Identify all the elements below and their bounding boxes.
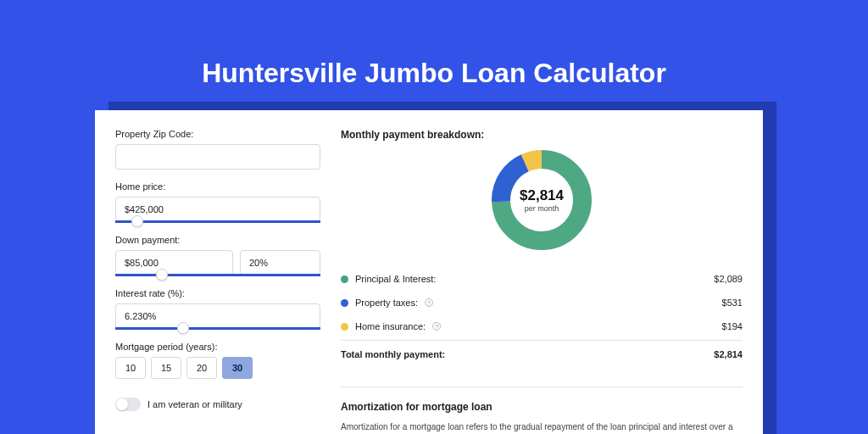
legend-row-total: Total monthly payment: $2,814 bbox=[341, 340, 743, 366]
interest-rate-label: Interest rate (%): bbox=[115, 288, 320, 298]
down-payment-slider[interactable] bbox=[115, 274, 320, 276]
legend-row-principal: Principal & Interest: $2,089 bbox=[341, 267, 743, 291]
legend-label: Property taxes: bbox=[355, 298, 418, 308]
legend-row-insurance: Home insurance: ? $194 bbox=[341, 314, 743, 338]
veteran-label: I am veteran or military bbox=[147, 399, 242, 409]
zip-input[interactable] bbox=[115, 144, 320, 170]
toggle-knob bbox=[116, 398, 128, 410]
breakdown-title: Monthly payment breakdown: bbox=[341, 129, 743, 141]
amortization-title: Amortization for mortgage loan bbox=[341, 401, 743, 413]
dot-icon bbox=[341, 275, 348, 283]
donut-chart: $2,814 per month bbox=[491, 149, 593, 251]
amortization-section: Amortization for mortgage loan Amortizat… bbox=[341, 387, 743, 434]
legend-value: $194 bbox=[722, 321, 743, 331]
slider-thumb[interactable] bbox=[156, 269, 168, 281]
total-label: Total monthly payment: bbox=[341, 349, 445, 359]
donut-sub: per month bbox=[525, 204, 559, 213]
legend-value: $531 bbox=[722, 298, 743, 308]
interest-rate-slider[interactable] bbox=[115, 327, 320, 330]
legend-label: Principal & Interest: bbox=[355, 274, 436, 284]
donut-amount: $2,814 bbox=[520, 187, 564, 204]
total-value: $2,814 bbox=[714, 349, 743, 359]
interest-rate-input[interactable] bbox=[115, 303, 320, 329]
legend-value: $2,089 bbox=[714, 274, 743, 284]
breakdown-column: Monthly payment breakdown: $2,814 per mo… bbox=[341, 129, 743, 431]
interest-rate-field: Interest rate (%): bbox=[115, 288, 320, 330]
down-payment-field: Down payment: bbox=[115, 235, 320, 276]
info-icon[interactable]: ? bbox=[425, 298, 433, 307]
amortization-body: Amortization for a mortgage loan refers … bbox=[341, 421, 743, 434]
period-20-button[interactable]: 20 bbox=[186, 357, 217, 379]
period-10-button[interactable]: 10 bbox=[115, 357, 146, 379]
down-payment-percent-input[interactable] bbox=[240, 250, 320, 275]
mortgage-period-label: Mortgage period (years): bbox=[115, 342, 320, 352]
home-price-slider[interactable] bbox=[115, 220, 320, 223]
down-payment-amount-input[interactable] bbox=[115, 250, 233, 275]
legend-row-taxes: Property taxes: ? $531 bbox=[341, 291, 743, 314]
breakdown-legend: Principal & Interest: $2,089 Property ta… bbox=[341, 266, 743, 366]
donut-chart-wrap: $2,814 per month bbox=[341, 141, 743, 266]
veteran-field: I am veteran or military bbox=[115, 398, 320, 411]
calculator-card: Property Zip Code: Home price: Down paym… bbox=[95, 110, 763, 434]
veteran-toggle[interactable] bbox=[115, 398, 141, 411]
period-15-button[interactable]: 15 bbox=[151, 357, 181, 379]
mortgage-period-field: Mortgage period (years): 10 15 20 30 bbox=[115, 342, 320, 379]
mortgage-period-options: 10 15 20 30 bbox=[115, 357, 320, 379]
home-price-label: Home price: bbox=[115, 181, 320, 192]
period-30-button[interactable]: 30 bbox=[222, 357, 253, 379]
slider-thumb[interactable] bbox=[177, 322, 189, 334]
zip-label: Property Zip Code: bbox=[115, 129, 320, 139]
home-price-input[interactable] bbox=[115, 197, 320, 222]
donut-center: $2,814 per month bbox=[491, 149, 593, 251]
zip-field: Property Zip Code: bbox=[115, 129, 320, 170]
dot-icon bbox=[341, 323, 348, 331]
legend-label: Home insurance: bbox=[355, 321, 426, 331]
down-payment-label: Down payment: bbox=[115, 235, 320, 245]
info-icon[interactable]: ? bbox=[432, 322, 441, 331]
page-title: Huntersville Jumbo Loan Calculator bbox=[0, 0, 868, 89]
form-column: Property Zip Code: Home price: Down paym… bbox=[115, 129, 320, 431]
dot-icon bbox=[341, 299, 348, 307]
slider-thumb[interactable] bbox=[131, 215, 143, 227]
home-price-field: Home price: bbox=[115, 181, 320, 223]
